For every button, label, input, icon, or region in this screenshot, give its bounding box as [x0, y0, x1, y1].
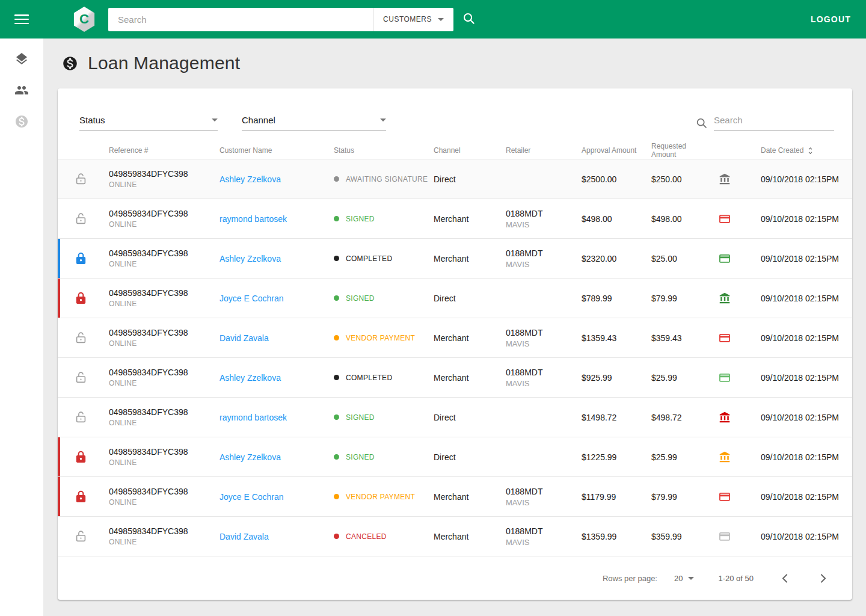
table-row[interactable]: 049859834DFYC398 ONLINE Ashley Zzelkova …	[58, 159, 852, 199]
lock-closed-icon	[74, 450, 88, 464]
table-row[interactable]: 049859834DFYC398 ONLINE raymond bartosek…	[58, 199, 852, 239]
logout-button[interactable]: LOGOUT	[811, 14, 851, 24]
reference-channel: ONLINE	[109, 260, 214, 268]
lock-open-icon	[74, 212, 88, 226]
customer-link[interactable]: Ashley Zzelkova	[220, 373, 281, 383]
requested-amount: $79.99	[646, 294, 711, 303]
approval-amount: $498.00	[576, 214, 646, 224]
people-icon[interactable]	[14, 83, 29, 97]
status-dot	[334, 216, 339, 221]
chevron-down-icon	[212, 119, 218, 122]
filter-bar: Status Channel	[58, 88, 852, 142]
requested-amount: $25.99	[646, 373, 711, 383]
reference-number: 049859834DFYC398	[109, 447, 214, 457]
monetization-icon[interactable]	[14, 114, 29, 129]
loan-table-card: Status Channel Reference # Customer Name…	[58, 88, 852, 600]
status-filter-select[interactable]: Status	[79, 115, 218, 131]
sort-icon[interactable]	[806, 146, 815, 155]
customer-link[interactable]: Ashley Zzelkova	[220, 174, 281, 184]
table-row[interactable]: 049859834DFYC398 ONLINE Joyce E Cochran …	[58, 279, 852, 318]
search-scope-dropdown[interactable]: CUSTOMERS	[373, 15, 453, 23]
status-dot	[334, 256, 339, 261]
app-header: C CUSTOMERS LOGOUT	[0, 0, 866, 38]
lock-closed-icon	[74, 291, 88, 305]
customer-link[interactable]: raymond bartosek	[220, 214, 287, 224]
lock-open-icon	[74, 331, 88, 345]
search-icon[interactable]	[462, 11, 476, 27]
previous-page-button[interactable]	[779, 572, 791, 585]
channel-value: Direct	[428, 452, 500, 462]
chevron-right-icon	[817, 572, 829, 585]
global-search-input[interactable]	[108, 14, 373, 25]
menu-icon[interactable]	[14, 14, 29, 24]
customer-link[interactable]: Joyce E Cochran	[220, 492, 284, 502]
next-page-button[interactable]	[817, 572, 829, 585]
channel-value: Merchant	[428, 333, 500, 343]
channel-value: Direct	[428, 294, 500, 303]
retailer-name: MAVIS	[506, 498, 576, 507]
col-date-created[interactable]: Date Created	[739, 146, 852, 155]
status-dot	[334, 295, 339, 301]
retailer-name: MAVIS	[506, 260, 576, 269]
retailer-id: 0188MDT	[506, 487, 576, 496]
customer-link[interactable]: David Zavala	[220, 532, 269, 541]
global-search-bar: CUSTOMERS	[108, 8, 453, 31]
channel-value: Merchant	[428, 492, 500, 502]
date-created: 09/10/2018 02:15PM	[739, 254, 852, 263]
customer-link[interactable]: Ashley Zzelkova	[220, 452, 281, 462]
rows-per-page-select[interactable]: 20	[674, 574, 694, 583]
rows-per-page-value: 20	[674, 574, 683, 583]
customer-link[interactable]: Ashley Zzelkova	[220, 254, 281, 263]
table-search-input[interactable]	[714, 115, 834, 131]
retailer-id: 0188MDT	[506, 368, 576, 377]
approval-amount: $1179.99	[576, 492, 646, 502]
table-header: Reference # Customer Name Status Channel…	[58, 142, 852, 159]
requested-amount: $79.99	[646, 492, 711, 502]
customer-link[interactable]: raymond bartosek	[220, 413, 287, 422]
status-dot	[334, 494, 339, 499]
reference-number: 049859834DFYC398	[109, 526, 214, 536]
approval-amount: $1225.99	[576, 452, 646, 462]
search-icon	[695, 117, 708, 129]
channel-value: Merchant	[428, 214, 500, 224]
date-created: 09/10/2018 02:15PM	[739, 174, 852, 184]
reference-channel: ONLINE	[109, 538, 214, 546]
reference-number: 049859834DFYC398	[109, 248, 214, 258]
status-label: COMPLETED	[346, 374, 392, 382]
reference-channel: ONLINE	[109, 498, 214, 507]
approval-amount: $2500.00	[576, 174, 646, 184]
retailer-id: 0188MDT	[506, 526, 576, 536]
channel-filter-select[interactable]: Channel	[242, 115, 386, 131]
status-dot	[334, 335, 339, 340]
bank-icon	[718, 451, 731, 464]
date-created: 09/10/2018 02:15PM	[739, 452, 852, 462]
table-row[interactable]: 049859834DFYC398 ONLINE Ashley Zzelkova …	[58, 437, 852, 477]
reference-number: 049859834DFYC398	[109, 487, 214, 496]
requested-amount: $250.00	[646, 174, 711, 184]
table-search	[695, 115, 834, 131]
status-label: CANCELED	[346, 532, 387, 541]
reference-number: 049859834DFYC398	[109, 288, 214, 298]
status-dot	[334, 176, 339, 182]
lock-closed-icon	[74, 251, 88, 265]
status-dot	[334, 454, 339, 460]
reference-number: 049859834DFYC398	[109, 169, 214, 179]
reference-number: 049859834DFYC398	[109, 209, 214, 218]
approval-amount: $2320.00	[576, 254, 646, 263]
retailer-name: MAVIS	[506, 379, 576, 388]
channel-value: Direct	[428, 413, 500, 422]
date-created: 09/10/2018 02:15PM	[739, 214, 852, 224]
date-created: 09/10/2018 02:15PM	[739, 333, 852, 343]
table-row[interactable]: 049859834DFYC398 ONLINE raymond bartosek…	[58, 398, 852, 437]
reference-channel: ONLINE	[109, 419, 214, 427]
customer-link[interactable]: Joyce E Cochran	[220, 294, 284, 303]
retailer-id: 0188MDT	[506, 248, 576, 258]
customer-link[interactable]: David Zavala	[220, 333, 269, 343]
table-row[interactable]: 049859834DFYC398 ONLINE Ashley Zzelkova …	[58, 239, 852, 279]
table-row[interactable]: 049859834DFYC398 ONLINE David Zavala CAN…	[58, 517, 852, 556]
table-row[interactable]: 049859834DFYC398 ONLINE David Zavala VEN…	[58, 318, 852, 358]
credit-card-icon	[718, 490, 731, 504]
layers-icon[interactable]	[14, 52, 29, 66]
table-row[interactable]: 049859834DFYC398 ONLINE Ashley Zzelkova …	[58, 358, 852, 398]
table-row[interactable]: 049859834DFYC398 ONLINE Joyce E Cochran …	[58, 477, 852, 517]
